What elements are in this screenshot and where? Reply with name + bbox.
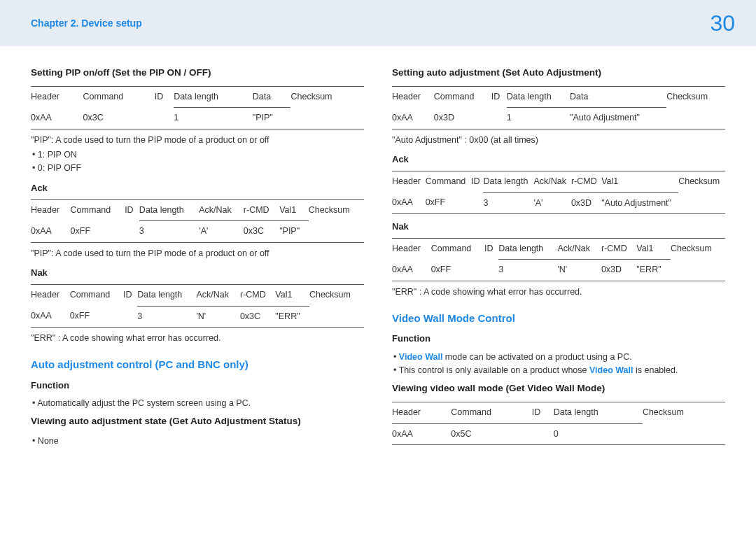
pip-set-table: Header Command ID Data length Data Check… — [31, 86, 364, 129]
set-auto-title: Setting auto adjustment (Set Auto Adjust… — [392, 66, 725, 80]
th: Data length — [174, 86, 253, 107]
th: r-CMD — [601, 239, 636, 260]
th: Checksum — [309, 285, 364, 306]
th: Val1 — [636, 239, 671, 260]
th: Val1 — [601, 171, 678, 192]
td: "PIP" — [279, 221, 309, 242]
td: 0x3C — [83, 108, 155, 129]
td: 0xAA — [31, 108, 83, 129]
th: Header — [392, 86, 434, 107]
videowall-term: Video Wall — [399, 352, 443, 362]
td: 3 — [137, 306, 196, 327]
th: r-CMD — [571, 171, 601, 192]
td: 'N' — [557, 260, 601, 281]
th: Data length — [507, 86, 570, 107]
set-ack-title: Ack — [392, 153, 725, 167]
th: Checksum — [666, 86, 725, 107]
td — [491, 108, 507, 129]
td: "Auto Adjustment" — [601, 192, 678, 213]
td: 0xFF — [426, 192, 471, 213]
set-auto-table: Header Command ID Data length Data Check… — [392, 86, 725, 129]
list-item: 0: PIP OFF — [32, 162, 364, 175]
th: Checksum — [309, 199, 364, 220]
th: ID — [484, 239, 498, 260]
td — [671, 260, 725, 281]
th: Header — [31, 86, 83, 107]
pip-note: "PIP": A code used to turn the PIP mode … — [31, 134, 364, 147]
td: 0xAA — [392, 108, 434, 129]
th: Command — [71, 199, 125, 220]
td: 0xAA — [392, 423, 451, 444]
td: 0xAA — [31, 306, 70, 327]
th: Data length — [483, 171, 533, 192]
th: Checksum — [678, 171, 725, 192]
set-auto-note: "Auto Adjustment" : 0x00 (at all times) — [392, 134, 725, 147]
auto-adjust-title: Auto adjustment control (PC and BNC only… — [31, 356, 364, 372]
th: Ack/Nak — [196, 285, 240, 306]
td: 0xAA — [392, 260, 431, 281]
td: 'N' — [196, 306, 240, 327]
td — [309, 221, 364, 242]
th: Command — [426, 171, 471, 192]
videowall-term: Video Wall — [589, 365, 634, 375]
set-nak-note: "ERR" : A code showing what error has oc… — [392, 286, 725, 299]
th: Ack/Nak — [199, 199, 244, 220]
th: Checksum — [290, 86, 364, 107]
th: Command — [431, 239, 484, 260]
th: Command — [451, 402, 532, 423]
function-list: Automatically adjust the PC system scree… — [31, 397, 364, 410]
pip-ack-title: Ack — [31, 181, 364, 195]
td: "ERR" — [275, 306, 309, 327]
th: ID — [471, 171, 483, 192]
th: Command — [83, 86, 155, 107]
list-item: Automatically adjust the PC system scree… — [32, 397, 364, 410]
vw-view-title: Viewing video wall mode (Get Video Wall … — [392, 381, 725, 396]
list-item: None — [32, 435, 364, 448]
td — [471, 192, 483, 213]
td: 'A' — [199, 221, 244, 242]
td: 3 — [483, 192, 533, 213]
right-column: Setting auto adjustment (Set Auto Adjust… — [392, 63, 725, 451]
th: Ack/Nak — [557, 239, 601, 260]
td: 1 — [507, 108, 570, 129]
set-nak-title: Nak — [392, 220, 725, 234]
view-auto-title: Viewing auto adjustment state (Get Auto … — [31, 414, 364, 429]
list-item: Video Wall mode can be activated on a pr… — [393, 351, 725, 364]
text: mode can be activated on a product using… — [442, 352, 631, 362]
vw-view-table: Header Command ID Data length Checksum 0… — [392, 402, 725, 445]
td — [666, 108, 725, 129]
th: ID — [491, 86, 507, 107]
list-item: 1: PIP ON — [32, 148, 364, 162]
th: Header — [392, 239, 431, 260]
td — [290, 108, 364, 129]
th: Header — [392, 171, 426, 192]
text: This control is only available on a prod… — [399, 365, 589, 375]
td: "Auto Adjustment" — [570, 108, 666, 129]
set-nak-table: Header Command ID Data length Ack/Nak r-… — [392, 238, 725, 281]
td: 0xAA — [31, 221, 71, 242]
td: 0x3D — [601, 260, 636, 281]
td: 0 — [554, 423, 643, 444]
pip-ack-table: Header Command ID Data length Ack/Nak r-… — [31, 199, 364, 243]
th: ID — [123, 285, 137, 306]
th: Data — [570, 86, 666, 107]
th: Data length — [554, 402, 643, 423]
th: Header — [31, 285, 70, 306]
td: 3 — [139, 221, 199, 242]
td: 'A' — [533, 192, 571, 213]
pip-nak-title: Nak — [31, 266, 364, 280]
page-content: Setting PIP on/off (Set the PIP ON / OFF… — [0, 46, 756, 451]
th: Command — [70, 285, 123, 306]
td — [643, 423, 725, 444]
td: "PIP" — [253, 108, 291, 129]
videowall-title: Video Wall Mode Control — [392, 310, 725, 326]
td: 0xFF — [71, 221, 125, 242]
td — [532, 423, 554, 444]
th: Header — [31, 199, 71, 220]
td: 0xFF — [70, 306, 123, 327]
td: 0x3C — [244, 221, 279, 242]
td: 0xAA — [392, 192, 426, 213]
th: Data length — [139, 199, 199, 220]
th: Ack/Nak — [533, 171, 571, 192]
text: is enabled. — [634, 365, 678, 375]
